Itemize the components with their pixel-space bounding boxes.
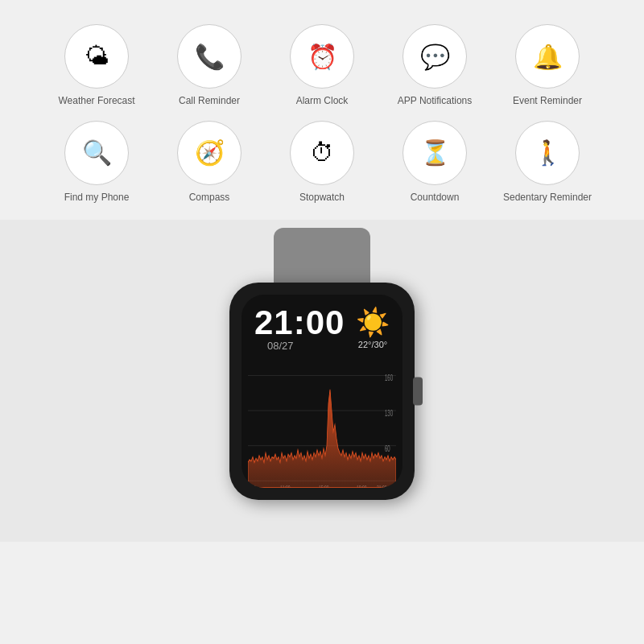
- app-notifications-label: APP Notifications: [398, 95, 473, 108]
- watch-body: 21:00 08/27 ☀️ 22°/30°: [229, 283, 415, 500]
- svg-text:160: 160: [385, 374, 393, 383]
- stopwatch-label: Stopwatch: [299, 192, 345, 204]
- sedentary-reminder-label: Sedentary Reminder: [503, 192, 592, 204]
- watch-crown: [413, 378, 423, 406]
- feature-item-event-reminder: 🔔Event Reminder: [495, 24, 600, 108]
- weather-display: ☀️ 22°/30°: [356, 306, 390, 349]
- countdown-icon: ⏳: [402, 121, 467, 185]
- feature-item-compass: 🧭Compass: [157, 121, 262, 204]
- feature-item-sedentary-reminder: 🚶Sedentary Reminder: [495, 121, 600, 204]
- feature-item-stopwatch: ⏱Stopwatch: [270, 121, 374, 204]
- svg-text:130: 130: [385, 408, 393, 418]
- countdown-label: Countdown: [411, 192, 460, 204]
- screen-top: 21:00 08/27 ☀️ 22°/30°: [242, 295, 402, 357]
- feature-item-call-reminder: 📞Call Reminder: [157, 24, 262, 108]
- alarm-clock-label: Alarm Clock: [296, 95, 349, 108]
- feature-item-weather-forecast: 🌤Weather Forecast: [44, 24, 149, 108]
- icons-grid: 🌤Weather Forecast📞Call Reminder⏰Alarm Cl…: [16, 24, 628, 204]
- top-section: 🌤Weather Forecast📞Call Reminder⏰Alarm Cl…: [0, 0, 644, 220]
- compass-label: Compass: [189, 192, 230, 204]
- watch-screen: 21:00 08/27 ☀️ 22°/30°: [242, 295, 402, 488]
- icons-row-1: 🌤Weather Forecast📞Call Reminder⏰Alarm Cl…: [44, 24, 600, 108]
- alarm-clock-icon: ⏰: [290, 24, 354, 89]
- weather-forecast-label: Weather Forecast: [58, 95, 134, 108]
- stopwatch-icon: ⏱: [290, 121, 354, 185]
- watch-band-top: [274, 228, 370, 284]
- call-reminder-icon: 📞: [177, 24, 242, 89]
- find-my-phone-icon: 🔍: [64, 121, 129, 185]
- date-display: 08/27: [254, 340, 345, 352]
- event-reminder-label: Event Reminder: [513, 95, 582, 108]
- weather-forecast-icon: 🌤: [64, 24, 129, 89]
- watch-container: 21:00 08/27 ☀️ 22°/30°: [229, 228, 415, 500]
- app-notifications-icon: 💬: [402, 24, 467, 89]
- temp-display: 22°/30°: [358, 340, 387, 349]
- bottom-section: 21:00 08/27 ☀️ 22°/30°: [0, 220, 644, 542]
- feature-item-find-my-phone: 🔍Find my Phone: [44, 121, 149, 204]
- sedentary-reminder-icon: 🚶: [515, 121, 580, 185]
- feature-item-alarm-clock: ⏰Alarm Clock: [270, 24, 374, 108]
- call-reminder-label: Call Reminder: [179, 95, 240, 108]
- icons-row-2: 🔍Find my Phone🧭Compass⏱Stopwatch⏳Countdo…: [44, 121, 600, 204]
- feature-item-app-notifications: 💬APP Notifications: [382, 24, 487, 108]
- event-reminder-icon: 🔔: [515, 24, 580, 89]
- sun-icon: ☀️: [356, 306, 390, 338]
- compass-icon: 🧭: [177, 121, 242, 185]
- svg-text:60: 60: [385, 444, 390, 453]
- feature-item-countdown: ⏳Countdown: [382, 121, 487, 204]
- chart-area: 160 130 60 9:00 11:00 15:00 19:00 21:00: [242, 357, 402, 488]
- find-my-phone-label: Find my Phone: [64, 192, 130, 204]
- heart-rate-chart: 160 130 60 9:00 11:00 15:00 19:00 21:00: [248, 361, 396, 488]
- time-display: 21:00: [254, 306, 345, 340]
